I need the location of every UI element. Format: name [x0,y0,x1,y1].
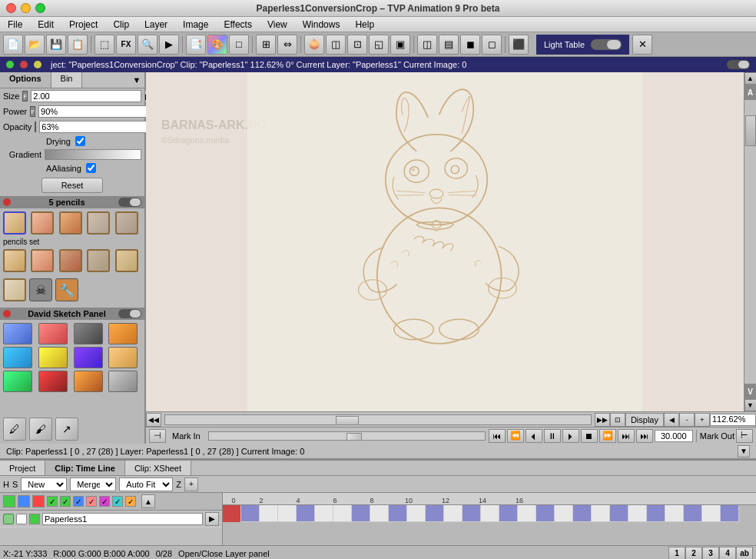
power-input[interactable] [38,105,149,118]
pencil-alt-4[interactable] [87,249,110,272]
tl-blend-select[interactable]: Merge [70,477,116,491]
scroll-up[interactable]: ▲ [744,72,757,85]
tl-layer-name[interactable]: Paperless1 [42,513,203,525]
select-tool[interactable]: ⬚ [94,35,114,55]
check-1[interactable]: ✓ [47,496,58,507]
frame-cell-1[interactable] [241,505,260,522]
pencil-alt-2[interactable] [31,249,54,272]
pencil-alt-1[interactable] [3,249,26,272]
frame-cell-15[interactable] [499,505,518,522]
david-2[interactable] [38,323,68,344]
frame-cell-25[interactable] [684,505,702,522]
menu-layer[interactable]: Layer [137,17,175,32]
cc-left[interactable]: ◀◀ [146,413,161,427]
goto-start[interactable]: ⏮ [489,429,506,443]
david-3[interactable] [74,323,103,344]
pencil-alt-3[interactable] [59,249,82,272]
david-7[interactable] [74,347,103,368]
scroll-thumb[interactable] [745,115,756,146]
frame-cell-9[interactable] [389,505,407,522]
new-button[interactable]: 📄 [3,35,23,55]
pencil-4[interactable] [87,211,110,235]
frame-cell-11[interactable] [426,505,444,522]
tl-lock[interactable] [16,514,27,524]
david-4[interactable] [108,323,138,344]
rs-a[interactable]: A [744,85,757,100]
page-2[interactable]: 2 [685,547,702,560]
save-as-button[interactable]: 📋 [68,35,88,55]
rs-v[interactable]: V [744,384,757,399]
tool8[interactable]: ▣ [390,35,410,55]
mark-out-icon[interactable]: ⊢ [736,429,753,443]
canvas-area[interactable]: BARNAS-ARK.NO ©Sdragons.media [146,72,744,411]
cc-scrolltrack[interactable] [164,414,592,425]
size-mode[interactable]: F [22,91,28,101]
david-11[interactable] [74,371,103,392]
check-6[interactable]: ✓ [112,496,123,507]
david-12[interactable] [108,371,138,392]
light-table-toggle[interactable] [591,39,622,50]
pencils-toggle[interactable] [118,198,141,207]
goto-end[interactable]: ⏭ [636,429,653,443]
maximize-button[interactable] [35,3,45,13]
tl-layer-expand[interactable]: ▶ [205,512,219,526]
play-pause[interactable]: ⏸ [544,429,561,443]
tool5[interactable]: ◫ [326,35,346,55]
frame-cell-27[interactable] [721,505,739,522]
menu-edit[interactable]: Edit [30,17,61,32]
tl-eye[interactable] [3,514,14,524]
pencil-5[interactable] [115,211,138,235]
frame-cell-8[interactable] [370,505,389,522]
aliasing-checkbox[interactable] [86,163,96,173]
tab-bin[interactable]: Bin [51,72,83,88]
extra-tool-3[interactable]: 🔧 [55,278,78,301]
play-button[interactable]: ▶ [159,35,179,55]
tl-mode-select[interactable]: New [21,477,67,491]
frame-back[interactable]: ⏴ [526,429,542,443]
mark-in-icon[interactable]: ⊣ [149,429,166,443]
pencil-1[interactable] [3,211,26,235]
menu-effects[interactable]: Effects [216,17,259,32]
extra-tool-2[interactable]: ☠ [29,278,52,301]
tl-color-indicator[interactable] [29,514,40,524]
scroll-track[interactable] [744,100,757,384]
frame-cell-16[interactable] [518,505,536,522]
page-ab[interactable]: ab [736,547,753,560]
transport-scrollbar[interactable] [208,431,486,441]
arrow-button[interactable]: ⇔ [277,35,297,55]
tool9[interactable]: ◫ [417,35,437,55]
status-toggle[interactable] [727,60,750,69]
frame-cell-17[interactable] [536,505,555,522]
bt-icon-1[interactable]: 🖊 [3,418,26,441]
color-blue[interactable] [18,495,30,507]
opacity-mode[interactable] [35,121,36,132]
scroll-down[interactable]: ▼ [744,399,757,411]
tab-options[interactable]: Options [0,72,51,88]
frame-cell-19[interactable] [573,505,592,522]
tl-scroll-up[interactable]: ▲ [141,494,155,508]
step-fwd[interactable]: ⏩ [599,429,616,443]
david-toggle[interactable] [118,309,141,318]
pencil-2[interactable] [31,211,54,235]
frame-cell-26[interactable] [702,505,721,522]
extra-tool-1[interactable] [3,278,26,301]
tool6[interactable]: ⊡ [347,35,367,55]
tool11[interactable]: ◼ [460,35,480,55]
tl-fit-select[interactable]: Auto Fit [119,477,173,491]
menu-clip[interactable]: Clip [105,17,137,32]
menu-file[interactable]: File [0,17,30,32]
size-input[interactable] [31,90,141,102]
bt-icon-3[interactable]: ↗ [55,418,78,441]
david-5[interactable] [3,347,32,368]
clip-status-expand[interactable]: ▼ [738,445,750,458]
check-2[interactable]: ✓ [60,496,71,507]
david-10[interactable] [38,371,68,392]
david-1[interactable] [3,323,32,344]
page-3[interactable]: 3 [702,547,719,560]
check-7[interactable]: ✓ [125,496,136,507]
cc-display-btn[interactable]: ⊡ [610,413,625,427]
frame-cell-3[interactable] [278,505,297,522]
drying-checkbox[interactable] [75,136,85,146]
color-green[interactable] [3,495,15,507]
cc-scrollthumb[interactable] [336,416,359,425]
